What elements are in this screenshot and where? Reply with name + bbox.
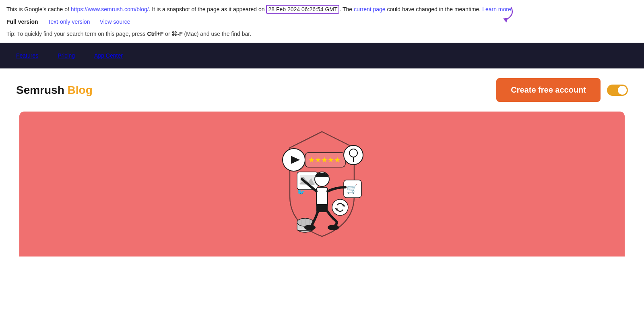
nav-app-center[interactable]: App Center: [94, 52, 123, 59]
cache-intro-text: This is Google's cache of: [6, 6, 71, 12]
cache-date: 28 Feb 2024 06:26:54 GMT: [266, 5, 339, 14]
tip-text: Tip: To quickly find your search term on…: [6, 31, 147, 37]
tip-cmd: ⌘-F: [171, 31, 182, 37]
svg-rect-26: [316, 204, 328, 212]
blog-header-right: Create free account: [496, 78, 628, 102]
text-only-link[interactable]: Text-only version: [48, 19, 90, 25]
learn-more-link[interactable]: Learn more.: [482, 6, 512, 12]
nav-pricing[interactable]: Pricing: [58, 52, 75, 59]
cache-mid-text: . It is a snapshot of the page as it app…: [149, 6, 266, 12]
blog-title-black: Semrush: [16, 84, 64, 96]
tip-ctrl: Ctrl+F: [147, 31, 163, 37]
blog-title: Semrush Blog: [16, 84, 93, 97]
svg-point-27: [304, 225, 316, 230]
tip-or: or: [163, 31, 171, 37]
hero-illustration: ★★★★★ 🐦 🛒: [246, 120, 398, 248]
cache-end-text: could have changed in the meantime.: [386, 6, 483, 12]
tip-end: (Mac) and use the find bar.: [183, 31, 251, 37]
hero-wrapper: ★★★★★ 🐦 🛒: [0, 112, 644, 257]
hero-section: ★★★★★ 🐦 🛒: [19, 112, 625, 257]
blog-title-orange: Blog: [68, 84, 93, 96]
svg-point-15: [332, 199, 348, 215]
tip-bar: Tip: To quickly find your search term on…: [0, 28, 644, 43]
current-page-link[interactable]: current page: [354, 6, 386, 12]
svg-text:🐦: 🐦: [297, 188, 305, 196]
cache-after-date: . The: [339, 6, 354, 12]
create-account-button[interactable]: Create free account: [496, 78, 601, 102]
nav-links: Features Pricing App Center: [16, 52, 123, 59]
view-source-link[interactable]: View source: [100, 19, 130, 25]
svg-text:🛒: 🛒: [347, 184, 358, 194]
svg-point-28: [328, 225, 339, 230]
semrush-blog-link[interactable]: https://www.semrush.com/blog/: [71, 6, 149, 12]
nav-features[interactable]: Features: [16, 52, 38, 59]
svg-text:★★★★★: ★★★★★: [308, 156, 341, 164]
full-version-label: Full version: [6, 19, 38, 25]
main-navbar: Features Pricing App Center: [0, 43, 644, 68]
version-bar: Full version Text-only version View sour…: [0, 17, 644, 28]
blog-header: Semrush Blog Create free account: [0, 68, 644, 112]
cache-info-bar: This is Google's cache of https://www.se…: [0, 0, 644, 17]
theme-toggle[interactable]: [607, 85, 628, 96]
